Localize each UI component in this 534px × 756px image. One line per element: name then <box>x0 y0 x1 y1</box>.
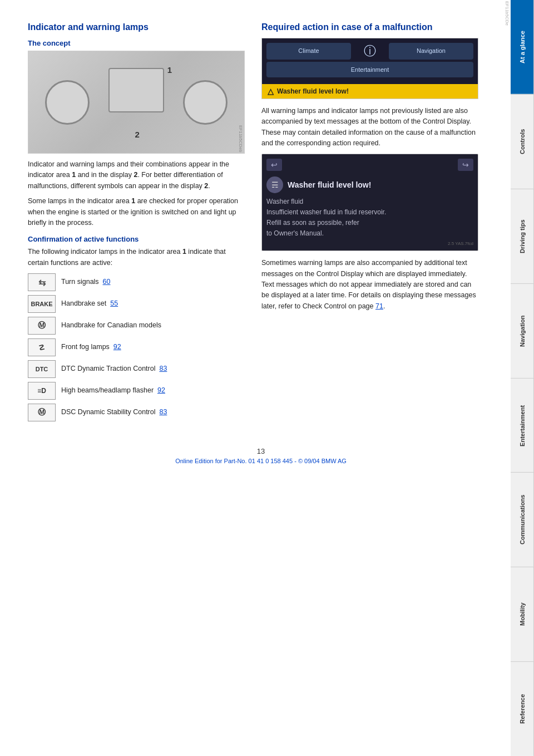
display-climate-cell: Climate <box>266 43 351 60</box>
lamp-label-handbrake: Handbrake set 55 <box>61 299 118 309</box>
dashboard-image: 1 2 EF11b5CDeb <box>28 51 245 154</box>
lamp-item-fog-lamps: ☡ Front fog lamps 92 <box>28 338 245 357</box>
display-entertainment-cell: Entertainment <box>266 62 473 77</box>
warning-triangle-icon: △ <box>268 87 274 96</box>
sidebar-tab-mobility[interactable]: Mobility <box>511 567 534 661</box>
control-display-image: Climate ⓘ Navigation Entertainment △ Was… <box>261 38 478 99</box>
main-content: Indicator and warning lamps The concept … <box>0 0 511 498</box>
display2-credit: 2.5 YAS.7fcd <box>266 241 473 246</box>
dsc-icon: Ⓜ <box>28 404 56 421</box>
highbeam-icon: ≡D <box>28 382 56 400</box>
lamp-item-dsc: Ⓜ DSC Dynamic Stability Control 83 <box>28 403 245 422</box>
left-column: Indicator and warning lamps The concept … <box>28 22 245 425</box>
confirmation-paragraph: The following indicator lamps in the ind… <box>28 247 245 268</box>
malfunction-paragraph-2: Sometimes warning lamps are also accompa… <box>261 258 478 312</box>
display2-nav-icon: ↪ <box>458 159 473 171</box>
display-center-icon: ⓘ <box>353 43 387 60</box>
lamp-item-turn-signals: ⇆ Turn signals 60 <box>28 273 245 292</box>
page-footer-area: 13 Online Edition for Part-No. 01 41 0 1… <box>28 447 494 464</box>
display-top-grid: Climate ⓘ Navigation Entertainment <box>262 38 478 84</box>
lamp-item-handbrake: BRAKE Handbrake set 55 <box>28 294 245 313</box>
dtc-icon: DTC <box>28 360 56 378</box>
right-column: Required action in case of a malfunction… <box>261 22 478 425</box>
handbrake-canada-icon: Ⓜ <box>28 317 56 335</box>
lamp-label-handbrake-canada: Handbrake for Canadian models <box>61 321 161 331</box>
display-warning-bar: △ Washer fluid level low! <box>262 84 478 99</box>
gauge-left <box>45 80 90 125</box>
sidebar-tab-entertainment[interactable]: Entertainment <box>511 378 534 473</box>
lamp-label-dtc: DTC Dynamic Traction Control 83 <box>61 364 167 374</box>
sidebar-tab-navigation[interactable]: Navigation <box>511 283 534 378</box>
sidebar-tab-reference[interactable]: Reference <box>511 661 534 756</box>
malfunction-paragraph-1: All warning lamps and indicator lamps no… <box>261 106 478 149</box>
detail-display-image: ↩ ↪ ☴ Washer fluid level low! Washer flu… <box>261 154 478 252</box>
display2-body: Washer fluid Insufficient washer fluid i… <box>266 197 473 239</box>
display2-title: ☴ Washer fluid level low! <box>266 174 473 197</box>
footer-text: Online Edition for Part-No. 01 41 0 158 … <box>28 458 494 464</box>
subsection-concept: The concept <box>28 39 245 47</box>
lamp-item-dtc: DTC DTC Dynamic Traction Control 83 <box>28 360 245 379</box>
concept-paragraph-2: Some lamps in the indicator area 1 are c… <box>28 196 245 228</box>
sidebar-tab-communications[interactable]: Communications <box>511 472 534 567</box>
handbrake-icon: BRAKE <box>28 295 56 313</box>
gauge-center <box>108 68 164 112</box>
display2-body-line2: Insufficient washer fluid in fluid reser… <box>266 207 473 218</box>
lamp-label-turn-signals: Turn signals 60 <box>61 277 110 287</box>
lamp-item-handbrake-canada: Ⓜ Handbrake for Canadian models <box>28 316 245 335</box>
sidebar: At a glance Controls Driving tips Naviga… <box>511 0 534 756</box>
label-1: 1 <box>167 65 172 75</box>
gauge-right <box>183 80 228 125</box>
section-title-right: Required action in case of a malfunction <box>261 22 478 32</box>
sidebar-tab-driving-tips[interactable]: Driving tips <box>511 189 534 283</box>
display-navigation-cell: Navigation <box>389 43 473 60</box>
section-title-left: Indicator and warning lamps <box>28 22 245 32</box>
page-ref-71[interactable]: 71 <box>375 302 383 310</box>
display2-back-icon: ↩ <box>266 159 282 171</box>
display2-body-line4: to Owner's Manual. <box>266 228 473 239</box>
turn-signal-icon: ⇆ <box>28 273 56 291</box>
label-2: 2 <box>135 130 139 139</box>
lamp-item-highbeam: ≡D High beams/headlamp flasher 92 <box>28 381 245 400</box>
lamp-label-dsc: DSC Dynamic Stability Control 83 <box>61 408 167 418</box>
concept-paragraph-1: Indicator and warning lamps and their co… <box>28 159 245 192</box>
lamp-label-fog-lamps: Front fog lamps 92 <box>61 342 121 352</box>
display2-title-text: Washer fluid level low! <box>288 180 371 189</box>
page-number: 13 <box>28 447 494 455</box>
sidebar-tab-at-a-glance[interactable]: At a glance <box>511 0 534 94</box>
lamp-label-highbeam: High beams/headlamp flasher 92 <box>61 386 165 396</box>
display2-body-line1: Washer fluid <box>266 197 473 207</box>
display2-body-line3: Refill as soon as possible, refer <box>266 218 473 228</box>
subsection-confirmation: Confirmation of active functions <box>28 235 245 243</box>
fog-lamp-icon: ☡ <box>28 338 56 356</box>
display2-washer-icon: ☴ <box>266 176 283 193</box>
sidebar-tab-controls[interactable]: Controls <box>511 94 534 189</box>
lamp-list: ⇆ Turn signals 60 BRAKE Handbrake set 55… <box>28 273 245 422</box>
image-credit: EF11b5CDeb <box>238 125 243 152</box>
display2-header: ↩ ↪ <box>266 159 473 171</box>
